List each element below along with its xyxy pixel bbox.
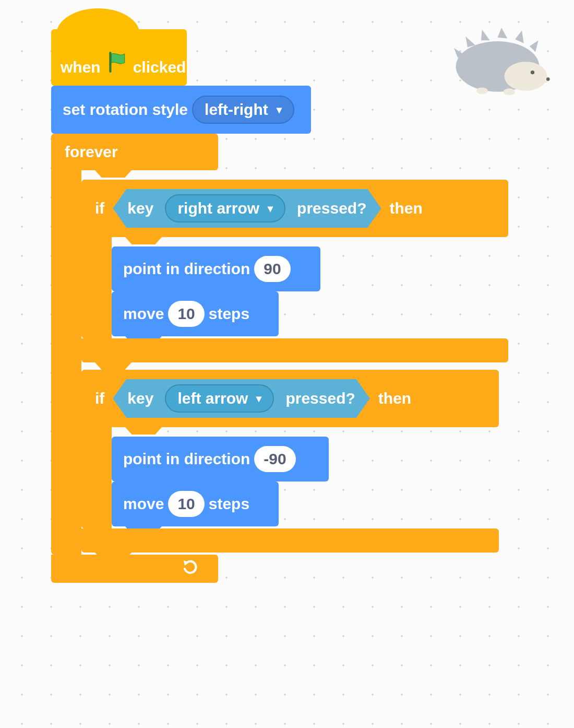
svg-point-11 bbox=[476, 87, 488, 94]
rotation-style-value: left-right bbox=[205, 101, 268, 119]
steps-input-left[interactable]: 10 bbox=[168, 491, 204, 517]
chevron-down-icon: ▾ bbox=[277, 103, 282, 116]
forever-arm bbox=[51, 170, 81, 555]
svg-point-10 bbox=[546, 77, 550, 81]
svg-marker-4 bbox=[498, 28, 508, 39]
key-left-value: left arrow bbox=[177, 390, 248, 407]
move-prefix: move bbox=[123, 305, 164, 323]
block-if-right[interactable]: if key right arrow ▾ pressed? then bbox=[81, 180, 508, 362]
key-label: key bbox=[127, 199, 153, 217]
direction-value-left: -90 bbox=[264, 450, 286, 468]
forever-header: forever bbox=[51, 134, 218, 170]
svg-marker-6 bbox=[530, 40, 539, 52]
key-right-dropdown[interactable]: right arrow ▾ bbox=[165, 194, 285, 222]
hat-clicked-label: clicked bbox=[133, 58, 186, 76]
repeat-icon bbox=[182, 558, 199, 578]
steps-value-right: 10 bbox=[177, 305, 195, 323]
point-direction-label: point in direction bbox=[123, 260, 250, 278]
hat-when-label: when bbox=[61, 58, 101, 76]
move-prefix-2: move bbox=[123, 495, 164, 513]
direction-value-right: 90 bbox=[264, 260, 281, 278]
block-move-right[interactable]: move 10 steps bbox=[112, 291, 279, 336]
move-suffix: steps bbox=[209, 305, 249, 323]
pressed-label-2: pressed? bbox=[285, 390, 355, 407]
then-label-2: then bbox=[378, 390, 411, 407]
sensing-key-pressed-right[interactable]: key right arrow ▾ pressed? bbox=[113, 189, 381, 228]
key-label-2: key bbox=[127, 390, 153, 407]
if-left-header: if key left arrow ▾ pressed? then bbox=[81, 370, 499, 427]
sprite-hedgehog-icon bbox=[453, 28, 550, 97]
block-if-left[interactable]: if key left arrow ▾ pressed? then bbox=[81, 370, 499, 553]
if-left-footer bbox=[81, 529, 499, 553]
set-rotation-label: set rotation style bbox=[63, 101, 188, 119]
steps-value-left: 10 bbox=[177, 495, 195, 513]
hat-when-flag-clicked[interactable]: when clicked bbox=[51, 29, 187, 86]
forever-footer bbox=[51, 555, 218, 583]
if-label: if bbox=[95, 199, 104, 217]
if-right-body: point in direction 90 move 10 step bbox=[112, 237, 508, 338]
block-point-direction-right[interactable]: point in direction 90 bbox=[112, 246, 320, 291]
block-move-left[interactable]: move 10 steps bbox=[112, 482, 279, 526]
if-left-body: point in direction -90 move 10 ste bbox=[112, 427, 499, 529]
if-label-2: if bbox=[95, 390, 104, 407]
point-direction-label-2: point in direction bbox=[123, 450, 250, 468]
forever-body: if key right arrow ▾ pressed? then bbox=[81, 170, 508, 555]
block-point-direction-left[interactable]: point in direction -90 bbox=[112, 437, 329, 482]
direction-input-left[interactable]: -90 bbox=[254, 446, 295, 472]
script-stack: when clicked set rotation style left-rig… bbox=[51, 29, 484, 583]
rotation-style-dropdown[interactable]: left-right ▾ bbox=[192, 96, 294, 124]
if-right-header: if key right arrow ▾ pressed? then bbox=[81, 180, 508, 237]
key-left-dropdown[interactable]: left arrow ▾ bbox=[165, 384, 274, 413]
forever-label: forever bbox=[65, 143, 118, 161]
svg-marker-5 bbox=[515, 31, 524, 43]
steps-input-right[interactable]: 10 bbox=[168, 301, 204, 327]
move-suffix-2: steps bbox=[209, 495, 249, 513]
block-forever[interactable]: forever if key right arrow ▾ pre bbox=[51, 134, 484, 583]
chevron-down-icon: ▾ bbox=[268, 202, 273, 215]
svg-marker-3 bbox=[481, 30, 490, 40]
svg-point-12 bbox=[504, 88, 515, 95]
if-right-footer bbox=[81, 338, 508, 362]
block-set-rotation-style[interactable]: set rotation style left-right ▾ bbox=[51, 86, 311, 134]
chevron-down-icon: ▾ bbox=[256, 392, 261, 405]
direction-input-right[interactable]: 90 bbox=[254, 256, 290, 282]
if-right-arm bbox=[81, 237, 112, 338]
green-flag-icon bbox=[106, 51, 128, 76]
then-label: then bbox=[389, 199, 422, 217]
sensing-key-pressed-left[interactable]: key left arrow ▾ pressed? bbox=[113, 379, 369, 418]
pressed-label: pressed? bbox=[297, 199, 366, 217]
key-right-value: right arrow bbox=[177, 199, 259, 217]
svg-point-9 bbox=[531, 71, 534, 74]
svg-marker-2 bbox=[465, 37, 475, 47]
if-left-arm bbox=[81, 427, 112, 529]
